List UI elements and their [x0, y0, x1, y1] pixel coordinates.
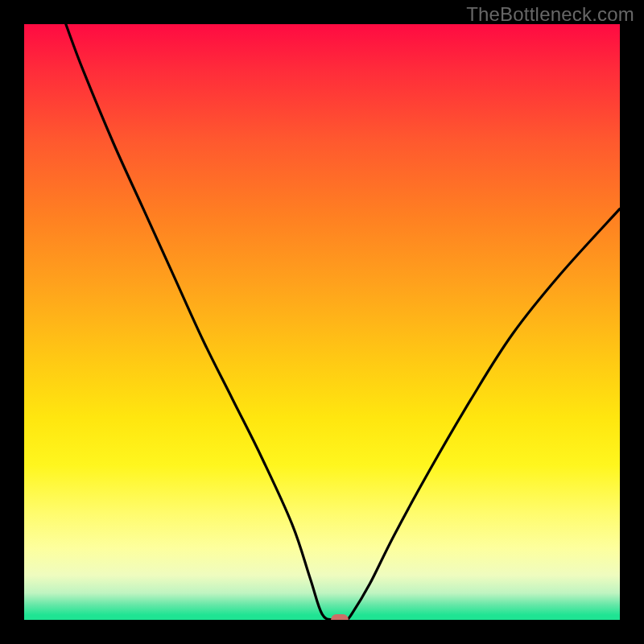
plot-area [24, 24, 620, 620]
bottleneck-curve [24, 24, 620, 620]
minimum-marker [331, 614, 349, 620]
watermark-text: TheBottleneck.com [466, 3, 634, 26]
curve-path [66, 24, 620, 620]
chart-frame: TheBottleneck.com [0, 0, 644, 644]
